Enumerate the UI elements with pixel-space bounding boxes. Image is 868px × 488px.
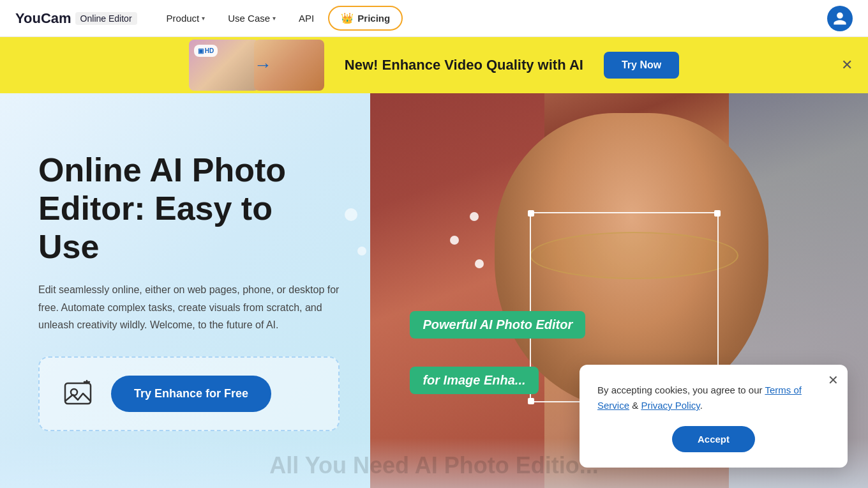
hero-left-panel: Online AI Photo Editor: Easy to Use Edit… [0, 93, 370, 488]
dot-decoration [470, 212, 479, 221]
accept-button[interactable]: Accept [672, 426, 755, 452]
banner-cta-button[interactable]: Try Now [604, 52, 679, 79]
photo-caption-2: for Image Enha... [410, 367, 538, 394]
nav-product-label: Product [167, 13, 200, 24]
banner-images: ▣ HD → [189, 40, 324, 91]
nav-api[interactable]: API [290, 8, 323, 29]
decoration-dot [345, 208, 357, 221]
nav-pricing-label: Pricing [357, 13, 390, 24]
hero-title: Online AI Photo Editor: Easy to Use [38, 151, 340, 266]
decoration-dot [357, 247, 366, 255]
banner-before-image: ▣ HD [189, 40, 259, 91]
try-enhance-button[interactable]: Try Enhance for Free [111, 376, 271, 412]
selection-corner-tl [528, 210, 534, 217]
cookie-text-after: . [700, 400, 703, 411]
crown-icon: 👑 [341, 12, 354, 24]
cookie-banner: ✕ By accepting cookies, you agree to our… [580, 365, 848, 468]
close-icon[interactable]: ✕ [841, 57, 853, 73]
user-avatar[interactable] [827, 6, 853, 31]
bottom-hint-text: All You Need AI Photo Editio... [269, 452, 598, 479]
nav-pricing[interactable]: 👑 Pricing [328, 6, 403, 31]
close-icon[interactable]: ✕ [828, 374, 839, 386]
hd-badge: ▣ HD [194, 45, 218, 57]
privacy-policy-link[interactable]: Privacy Policy [641, 400, 700, 411]
hero-subtitle: Edit seamlessly online, either on web pa… [38, 281, 340, 333]
dot-decoration [450, 236, 459, 245]
photo-icon [60, 376, 96, 411]
chevron-down-icon: ▾ [273, 15, 276, 22]
logo-editor: Online Editor [75, 12, 137, 25]
selection-corner-tr [714, 210, 721, 217]
hd-icon: ▣ [198, 47, 204, 54]
photo-caption-1: Powerful AI Photo Editor [410, 311, 585, 339]
banner-text: New! Enhance Video Quality with AI [345, 57, 583, 73]
hero-cta-box: Try Enhance for Free [38, 356, 340, 431]
cookie-connector: & [629, 400, 641, 411]
navbar: YouCam Online Editor Product ▾ Use Case … [0, 0, 868, 37]
promo-banner: ▣ HD → New! Enhance Video Quality with A… [0, 37, 868, 93]
cookie-text-before: By accepting cookies, you agree to our [597, 385, 765, 395]
selection-corner-bl [528, 398, 534, 404]
nav-links: Product ▾ Use Case ▾ API 👑 Pricing [158, 6, 827, 31]
nav-use-case-label: Use Case [228, 13, 270, 24]
nav-api-label: API [299, 13, 314, 24]
logo[interactable]: YouCam Online Editor [15, 10, 137, 27]
nav-use-case[interactable]: Use Case ▾ [219, 8, 285, 29]
chevron-down-icon: ▾ [202, 15, 205, 22]
arrow-icon: → [254, 55, 272, 75]
svg-point-1 [71, 389, 77, 395]
nav-product[interactable]: Product ▾ [158, 8, 214, 29]
cookie-text: By accepting cookies, you agree to our T… [597, 383, 830, 413]
logo-youcam: YouCam [15, 10, 71, 27]
user-icon [832, 11, 848, 26]
